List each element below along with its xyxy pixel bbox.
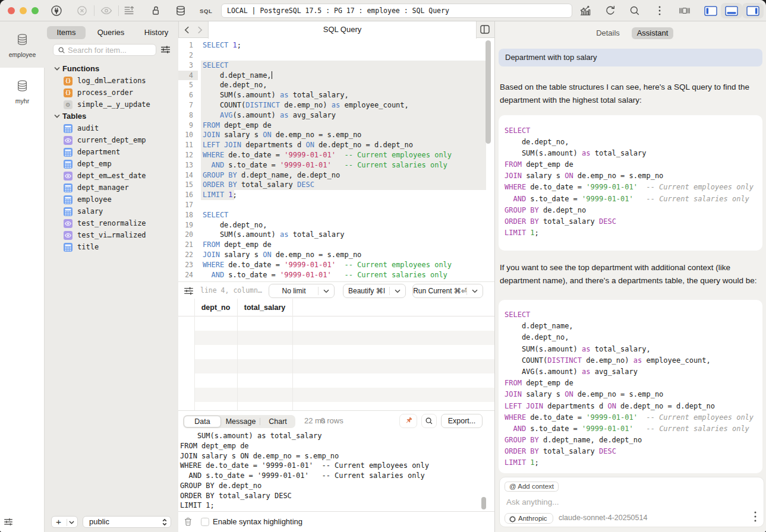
result-row[interactable] bbox=[194, 345, 494, 359]
split-editor-icon[interactable] bbox=[480, 25, 490, 34]
editor-line-13[interactable]: 13 AND s.to_date = '9999-01-01' -- Curre… bbox=[178, 160, 494, 170]
editor-line-19[interactable]: 19 de.dept_no, bbox=[178, 220, 494, 230]
editor-line-8[interactable]: 8 AVG(s.amount) as avg_salary bbox=[178, 110, 494, 121]
editor-line-4[interactable]: 4 d.dept_name, bbox=[178, 71, 494, 81]
tree-item-employee[interactable]: employee bbox=[45, 194, 178, 205]
tree-item-test-vi-rmalized[interactable]: test_vi…rmalized bbox=[45, 229, 178, 241]
editor-line-23[interactable]: 23WHERE de.to_date = '9999-01-01' -- Cur… bbox=[178, 260, 494, 270]
tree-item-dept-manager[interactable]: dept_manager bbox=[45, 182, 178, 194]
unlock-icon[interactable] bbox=[149, 4, 162, 17]
tree-item-dept-em-est-date[interactable]: dept_em…est_date bbox=[45, 170, 178, 182]
trash-icon[interactable] bbox=[183, 517, 193, 527]
schema-select[interactable]: public bbox=[83, 516, 171, 528]
editor-line-24[interactable]: 24 AND s.to_date = '9999-01-01' -- Curre… bbox=[178, 270, 494, 280]
editor-line-14[interactable]: 14GROUP BY d.dept_name, de.dept_no bbox=[178, 170, 494, 180]
sql-editor[interactable]: 1SELECT 1;23SELECT4 d.dept_name,5 de.dep… bbox=[178, 38, 494, 281]
reload-icon[interactable] bbox=[604, 4, 617, 17]
editor-line-17[interactable]: 17 bbox=[178, 200, 494, 210]
nav-back-icon[interactable] bbox=[184, 26, 190, 34]
editor-line-3[interactable]: 3SELECT bbox=[178, 61, 494, 71]
conversation-title-banner[interactable]: Department with top salary bbox=[499, 49, 762, 66]
tree-item-log-dml-erations[interactable]: {}log_dml…erations bbox=[45, 75, 178, 87]
add-context-chip[interactable]: @ Add context bbox=[505, 482, 559, 492]
tree-item-simple-y-update[interactable]: ⚙simple_…_y_update bbox=[45, 99, 178, 110]
open-log-icon[interactable] bbox=[123, 4, 136, 17]
result-row[interactable] bbox=[194, 359, 494, 373]
syntax-highlight-checkbox[interactable] bbox=[201, 518, 209, 526]
tab-history[interactable]: History bbox=[137, 26, 175, 39]
tab-details[interactable]: Details bbox=[590, 27, 626, 39]
tree-item-audit[interactable]: audit bbox=[45, 122, 178, 134]
connection-myhr[interactable]: myhr bbox=[0, 68, 45, 114]
editor-line-15[interactable]: 15ORDER BY total_salary DESC bbox=[178, 180, 494, 190]
tree-item-current-dept-emp[interactable]: current_dept_emp bbox=[45, 134, 178, 146]
editor-line-11[interactable]: 11LEFT JOIN departments d ON de.dept_no … bbox=[178, 140, 494, 150]
editor-line-21[interactable]: 21FROM dept_emp de bbox=[178, 240, 494, 250]
composer-input-placeholder[interactable]: Ask anything... bbox=[506, 498, 559, 506]
database-icon[interactable] bbox=[174, 4, 187, 17]
sql-code-block-1[interactable]: SELECT de.dept_no, SUM(s.amount) as tota… bbox=[499, 115, 762, 251]
editor-line-10[interactable]: 10JOIN salary s ON de.emp_no = s.emp_no bbox=[178, 130, 494, 140]
search-icon[interactable] bbox=[628, 4, 641, 17]
editor-line-18[interactable]: 18SELECT bbox=[178, 210, 494, 220]
tree-item-title[interactable]: title bbox=[45, 241, 178, 253]
tab-data[interactable]: Data bbox=[184, 416, 221, 428]
tab-queries[interactable]: Queries bbox=[92, 26, 130, 39]
pin-result-button[interactable] bbox=[399, 414, 417, 428]
add-item-button[interactable]: + bbox=[51, 516, 78, 528]
tab-message[interactable]: Message bbox=[220, 415, 261, 428]
editor-line-2[interactable]: 2 bbox=[178, 50, 494, 61]
toggle-bottom-panel-button[interactable] bbox=[721, 3, 742, 18]
limit-dropdown[interactable]: No limit bbox=[269, 284, 335, 298]
run-current-button[interactable]: Run Current ⌘⏎ bbox=[412, 284, 483, 298]
eye-preview-icon[interactable] bbox=[100, 4, 113, 17]
settings-sliders-icon[interactable] bbox=[4, 517, 13, 527]
tree-item-salary[interactable]: salary bbox=[45, 205, 178, 217]
query-log[interactable]: SUM(s.amount) as total_salaryFROM dept_e… bbox=[178, 431, 494, 511]
window-layout-icon[interactable] bbox=[678, 4, 691, 17]
toggle-right-panel-button[interactable] bbox=[742, 3, 764, 18]
close-button[interactable] bbox=[8, 7, 15, 14]
tree-item-dept-emp[interactable]: dept_emp bbox=[45, 158, 178, 170]
results-grid[interactable]: dept_no total_salary bbox=[178, 299, 494, 410]
tab-chart[interactable]: Chart bbox=[261, 415, 295, 428]
result-row[interactable] bbox=[194, 331, 494, 345]
result-row[interactable] bbox=[194, 316, 494, 331]
editor-line-9[interactable]: 9FROM dept_emp de bbox=[178, 121, 494, 131]
tree-item-department[interactable]: department bbox=[45, 146, 178, 158]
export-button[interactable]: Export... bbox=[441, 414, 483, 428]
filter-sliders-icon[interactable] bbox=[160, 45, 171, 55]
more-kebab-icon[interactable] bbox=[653, 4, 666, 17]
editor-settings-icon[interactable] bbox=[184, 286, 194, 296]
connection-employee[interactable]: employee bbox=[0, 21, 45, 68]
tree-item-test-renormalize[interactable]: test_renormalize bbox=[45, 217, 178, 229]
disconnect-icon[interactable] bbox=[75, 4, 89, 17]
editor-line-1[interactable]: 1SELECT 1; bbox=[178, 40, 494, 50]
assistant-composer[interactable]: @ Add context Ask anything... Anthropic … bbox=[499, 477, 764, 527]
editor-line-16[interactable]: 16LIMIT 1; bbox=[178, 190, 494, 200]
log-scrollbar[interactable] bbox=[481, 497, 486, 509]
tree-item-process-order[interactable]: {}process_order bbox=[45, 87, 178, 99]
result-row[interactable] bbox=[194, 373, 494, 388]
tree-section-tables[interactable]: Tables bbox=[45, 110, 178, 122]
editor-line-20[interactable]: 20 SUM(s.amount) as total_salary bbox=[178, 230, 494, 240]
editor-line-5[interactable]: 5 de.dept_no, bbox=[178, 80, 494, 90]
tab-items[interactable]: Items bbox=[47, 26, 86, 39]
minimize-button[interactable] bbox=[20, 7, 27, 14]
sql-code-block-2[interactable]: SELECT d.dept_name, de.dept_no, SUM(s.am… bbox=[499, 300, 762, 473]
tab-sql-query[interactable]: SQL Query bbox=[208, 21, 477, 39]
chart-icon[interactable] bbox=[579, 4, 592, 17]
editor-line-12[interactable]: 12WHERE de.to_date = '9999-01-01' -- Cur… bbox=[178, 150, 494, 160]
column-header-total-salary[interactable]: total_salary bbox=[237, 299, 292, 316]
editor-line-6[interactable]: 6 SUM(s.amount) as total_salary, bbox=[178, 90, 494, 100]
provider-selector[interactable]: Anthropic bbox=[505, 513, 553, 524]
column-header-dept-no[interactable]: dept_no bbox=[194, 299, 237, 316]
plug-connection-icon[interactable] bbox=[50, 4, 63, 17]
connection-title-field[interactable]: LOCAL | PostgreSQL 17.5 : PG 17 : employ… bbox=[221, 4, 572, 18]
editor-line-22[interactable]: 22JOIN salary s ON de.emp_no = s.emp_no bbox=[178, 250, 494, 260]
tree-section-functions[interactable]: Functions bbox=[45, 63, 178, 75]
result-row[interactable] bbox=[194, 388, 494, 402]
beautify-button[interactable]: Beautify ⌘I bbox=[343, 284, 406, 298]
toggle-left-panel-button[interactable] bbox=[700, 3, 721, 18]
editor-line-7[interactable]: 7 COUNT(DISTINCT de.emp_no) as employee_… bbox=[178, 100, 494, 110]
